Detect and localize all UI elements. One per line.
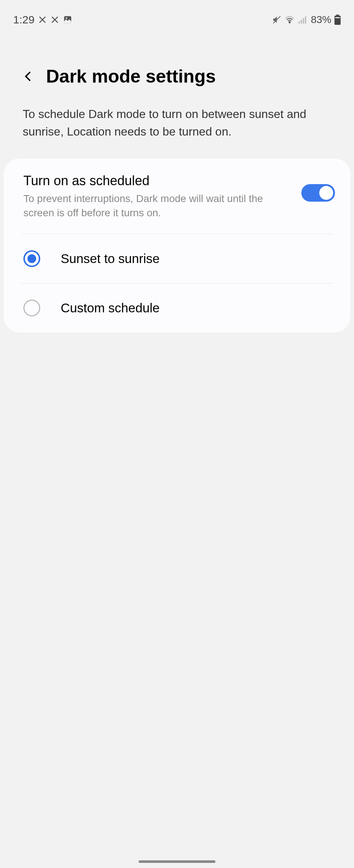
x-app-icon [50,15,59,24]
svg-point-1 [66,18,67,19]
x-app-icon [38,15,47,24]
status-time: 1:29 [13,14,34,26]
radio-custom-unselected[interactable] [23,300,40,316]
page-title: Dark mode settings [46,66,216,87]
back-button[interactable] [22,70,35,83]
svg-rect-8 [336,15,339,16]
image-icon [63,15,72,24]
custom-schedule-option[interactable]: Custom schedule [4,283,350,332]
svg-rect-6 [303,18,304,23]
mute-icon [272,15,282,24]
wifi-icon [285,15,295,25]
svg-rect-4 [298,22,300,24]
header: Dark mode settings [0,29,354,102]
scheduled-text: Turn on as scheduled To prevent interrup… [23,173,301,220]
scheduled-toggle[interactable] [301,184,335,202]
radio-label-sunset: Sunset to sunrise [61,251,159,266]
scheduled-title: Turn on as scheduled [23,173,290,189]
radio-label-custom: Custom schedule [61,301,159,315]
svg-rect-7 [305,16,306,24]
nav-handle[interactable] [139,860,215,863]
svg-rect-5 [301,20,302,24]
svg-point-3 [289,22,290,23]
svg-rect-9 [335,16,341,25]
page-description: To schedule Dark mode to turn on between… [0,102,354,159]
sunset-to-sunrise-option[interactable]: Sunset to sunrise [4,234,350,283]
battery-icon [334,15,341,25]
status-bar: 1:29 83% [0,0,354,29]
status-right: 83% [272,14,341,26]
svg-rect-10 [335,17,340,18]
settings-card: Turn on as scheduled To prevent interrup… [4,159,350,332]
turn-on-scheduled-row[interactable]: Turn on as scheduled To prevent interrup… [4,159,350,234]
scheduled-subtitle: To prevent interruptions, Dark mode will… [23,191,290,220]
signal-icon [298,15,308,25]
chevron-left-icon [22,70,35,83]
radio-sunset-selected[interactable] [23,250,40,267]
battery-percentage: 83% [311,14,331,26]
toggle-thumb [319,186,333,200]
status-left: 1:29 [13,14,72,26]
